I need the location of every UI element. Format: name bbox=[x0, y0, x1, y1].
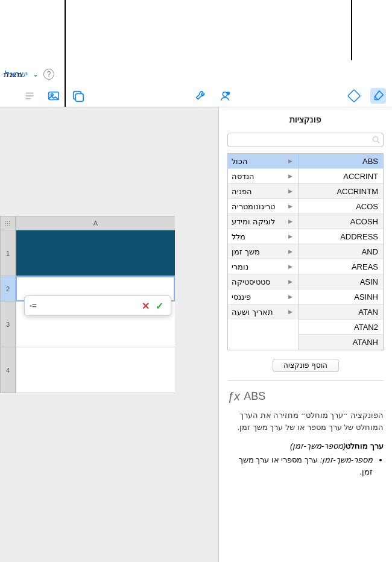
accept-formula-icon[interactable]: ✓ bbox=[153, 300, 166, 312]
category-column: ◀הכול ◀הנדסה ◀הפניה ◀טריגונומטריה ◀לוגיק… bbox=[228, 154, 299, 350]
column-header[interactable]: A bbox=[16, 216, 175, 230]
function-label: ABS bbox=[362, 154, 378, 169]
help-icon[interactable]: ? bbox=[43, 69, 54, 80]
function-arg-item: מספר-משך-זמן: ערך מספרי או ערך משך זמן. bbox=[227, 454, 373, 478]
function-name: ABS bbox=[244, 390, 265, 403]
drag-handle-icon bbox=[5, 221, 11, 226]
category-label: הנדסה bbox=[232, 169, 254, 184]
svg-line-12 bbox=[378, 141, 379, 143]
chevron-left-icon: ◀ bbox=[288, 214, 292, 229]
svg-point-11 bbox=[373, 137, 378, 142]
tools-icon[interactable] bbox=[193, 88, 209, 104]
function-browser: ◀הכול ◀הנדסה ◀הפניה ◀טריגונומטריה ◀לוגיק… bbox=[227, 153, 384, 350]
search-icon bbox=[372, 136, 380, 144]
text-format-icon[interactable] bbox=[22, 88, 37, 104]
function-label: AREAS bbox=[352, 259, 378, 274]
category-label: משך זמן bbox=[232, 244, 260, 259]
function-row[interactable]: ASINH bbox=[299, 289, 383, 305]
row-header[interactable]: 2 bbox=[0, 276, 16, 302]
svg-text:+: + bbox=[227, 91, 229, 95]
svg-point-3 bbox=[51, 93, 53, 96]
function-label: ATANH bbox=[353, 335, 378, 350]
syntax-args: (מספר-משך-זמן) bbox=[290, 441, 346, 450]
row-header[interactable]: 4 bbox=[0, 347, 16, 393]
table-corner[interactable] bbox=[0, 216, 16, 230]
category-row[interactable]: ◀לוגיקה ומידע bbox=[228, 214, 299, 229]
function-args-list: מספר-משך-זמן: ערך מספרי או ערך משך זמן. bbox=[227, 454, 384, 478]
cell[interactable] bbox=[16, 230, 175, 276]
function-row[interactable]: AREAS bbox=[299, 259, 383, 274]
equals-label: = bbox=[32, 301, 37, 311]
functions-panel: פונקציות ◀הכול ◀הנדסה ◀הפניה ◀טריגונומטר… bbox=[218, 107, 392, 562]
arg-name: מספר-משך-זמן: bbox=[320, 455, 373, 464]
chevron-down-icon[interactable]: ⌄ bbox=[33, 70, 39, 78]
category-row[interactable]: ◀משך זמן bbox=[228, 244, 299, 259]
svg-rect-1 bbox=[75, 93, 83, 101]
category-row[interactable]: ◀תאריך ושעה bbox=[228, 305, 299, 320]
organize-icon[interactable] bbox=[346, 88, 362, 104]
cell[interactable] bbox=[16, 347, 175, 393]
chevron-left-icon: ◀ bbox=[288, 184, 292, 199]
function-label: ACOSH bbox=[350, 214, 378, 229]
chevron-left-icon: ◀ bbox=[288, 274, 292, 289]
insert-media-icon[interactable] bbox=[46, 88, 62, 104]
function-label: ASINH bbox=[354, 289, 378, 305]
function-row[interactable]: ACOS bbox=[299, 199, 383, 214]
function-row[interactable]: ASIN bbox=[299, 274, 383, 289]
function-row[interactable]: AND bbox=[299, 244, 383, 259]
category-label: טריגונומטריה bbox=[232, 199, 275, 214]
collaborate-icon[interactable]: + bbox=[217, 88, 233, 104]
category-label: נומרי bbox=[232, 259, 248, 274]
format-paintbrush-icon[interactable] bbox=[370, 88, 386, 104]
function-syntax: ערך מוחלט(מספר-משך-זמן) bbox=[227, 441, 384, 450]
insert-function-button[interactable]: הוסף פונקציה bbox=[273, 359, 339, 372]
title-bar: מצגת ? ⌄ ישראל bbox=[0, 66, 392, 82]
function-row[interactable]: ACCRINT bbox=[299, 169, 383, 184]
search-field-wrap bbox=[227, 133, 384, 147]
presentation-label: מצגת bbox=[4, 70, 22, 79]
category-row[interactable]: ◀סטטיסטיקה bbox=[228, 274, 299, 289]
category-label: תאריך ושעה bbox=[232, 305, 273, 320]
function-description: הפונקציה ״ערך מוחלט״ מחזירה את הערך המוח… bbox=[227, 409, 384, 433]
formula-editor: • = ✕ ✓ bbox=[24, 295, 171, 316]
category-row[interactable]: ◀הפניה bbox=[228, 184, 299, 199]
chevron-left-icon: ◀ bbox=[288, 259, 292, 274]
function-row[interactable]: ATAN bbox=[299, 305, 383, 320]
category-label: הכול bbox=[232, 154, 248, 169]
category-row[interactable]: ◀טריגונומטריה bbox=[228, 199, 299, 214]
row-header[interactable]: 3 bbox=[0, 302, 16, 347]
formula-input[interactable] bbox=[37, 302, 138, 311]
function-label: ATAN bbox=[358, 305, 378, 320]
function-row[interactable]: ATANH bbox=[299, 335, 383, 350]
function-row[interactable]: ADDRESS bbox=[299, 229, 383, 244]
category-label: לוגיקה ומידע bbox=[232, 214, 275, 229]
function-row[interactable]: ACOSH bbox=[299, 214, 383, 229]
row-header[interactable]: 1 bbox=[0, 230, 16, 276]
row-headers: 1 2 3 4 bbox=[0, 230, 16, 393]
category-row[interactable]: ◀הנדסה bbox=[228, 169, 299, 184]
chevron-left-icon: ◀ bbox=[288, 199, 292, 214]
cancel-formula-icon[interactable]: ✕ bbox=[138, 300, 153, 312]
function-row[interactable]: ABS bbox=[299, 154, 383, 169]
chevron-left-icon: ◀ bbox=[288, 305, 292, 320]
function-row[interactable]: ACCRINTM bbox=[299, 184, 383, 199]
category-label: מלל bbox=[232, 229, 245, 244]
fx-icon: ƒx bbox=[227, 390, 240, 403]
function-label: AND bbox=[362, 244, 378, 259]
syntax-name: ערך מוחלט bbox=[346, 441, 384, 450]
function-row[interactable]: ATAN2 bbox=[299, 320, 383, 335]
category-row[interactable]: ◀מלל bbox=[228, 229, 299, 244]
chevron-left-icon: ◀ bbox=[288, 229, 292, 244]
function-label: ASIN bbox=[360, 274, 378, 289]
category-row[interactable]: ◀נומרי bbox=[228, 259, 299, 274]
insert-shape-icon[interactable] bbox=[70, 88, 86, 104]
category-label: הפניה bbox=[232, 184, 252, 199]
chevron-left-icon: ◀ bbox=[288, 244, 292, 259]
search-input[interactable] bbox=[227, 133, 384, 147]
category-row[interactable]: ◀פיננסי bbox=[228, 289, 299, 305]
column-headers: A bbox=[0, 216, 175, 230]
category-label: פיננסי bbox=[232, 289, 251, 305]
category-row[interactable]: ◀הכול bbox=[228, 154, 299, 169]
chevron-left-icon: ◀ bbox=[288, 169, 292, 184]
toolbar: + bbox=[0, 84, 392, 107]
